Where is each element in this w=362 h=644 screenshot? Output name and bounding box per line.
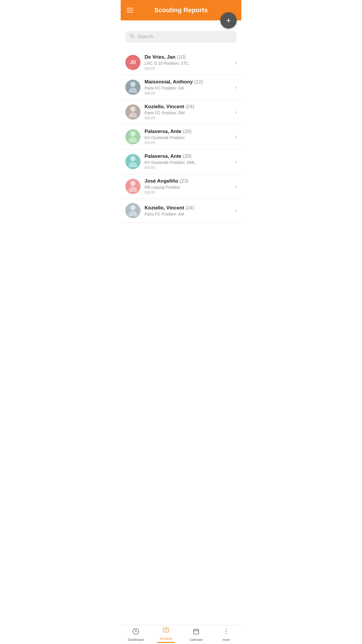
- player-date: 5/5/20: [145, 165, 233, 170]
- player-club-position: RB Leipzig Position: [145, 185, 233, 190]
- menu-icon[interactable]: [126, 8, 133, 13]
- player-club-position: KV Oostende Position: [145, 135, 233, 140]
- player-club-position: Paris FC Position: GK: [145, 86, 233, 90]
- list-item[interactable]: José Angeliño (23) RB Leipzig Position 5…: [121, 174, 241, 199]
- chevron-right-icon: ›: [235, 84, 237, 90]
- player-date: 5/6/20: [145, 91, 233, 95]
- add-report-button[interactable]: +: [220, 12, 237, 29]
- player-name: De Vries, Jan (10): [145, 54, 233, 60]
- player-age: (22): [194, 79, 203, 85]
- search-input[interactable]: [138, 34, 232, 40]
- player-name: José Angeliño (23): [145, 178, 233, 184]
- list-item[interactable]: JD De Vries, Jan (10) LRC O.10 Position:…: [121, 50, 241, 75]
- player-age: (24): [185, 104, 194, 109]
- chevron-right-icon: ›: [235, 183, 237, 190]
- chevron-right-icon: ›: [235, 208, 237, 214]
- player-club-position: LRC O.10 Position: STC: [145, 61, 233, 66]
- item-info: Koziello, Vincent (24) Paris FC Position…: [145, 104, 233, 120]
- player-age: (20): [183, 153, 191, 159]
- item-info: Koziello, Vincent (24) Paris FC Position…: [145, 205, 233, 216]
- player-age: (20): [183, 129, 191, 134]
- header: Scouting Reports +: [121, 0, 241, 20]
- avatar: [125, 104, 140, 120]
- search-container: [121, 25, 241, 46]
- player-date: 5/5/20: [145, 141, 233, 145]
- avatar: JD: [125, 55, 140, 70]
- list-item[interactable]: Koziello, Vincent (24) Paris FC Position…: [121, 100, 241, 125]
- avatar: [125, 203, 140, 218]
- search-box: [125, 31, 237, 43]
- player-date: 5/6/20: [145, 66, 233, 71]
- avatar: [125, 80, 140, 95]
- search-icon: [130, 34, 135, 40]
- player-list: JD De Vries, Jan (10) LRC O.10 Position:…: [121, 50, 241, 223]
- player-name: Palaversa, Ante (20): [145, 129, 233, 134]
- chevron-right-icon: ›: [235, 109, 237, 115]
- item-info: Maisonnial, Anthony (22) Paris FC Positi…: [145, 79, 233, 95]
- avatar: [125, 129, 140, 144]
- list-item[interactable]: Koziello, Vincent (24) Paris FC Position…: [121, 199, 241, 223]
- page-title: Scouting Reports: [154, 6, 208, 14]
- player-name: Koziello, Vincent (24): [145, 205, 233, 211]
- item-info: De Vries, Jan (10) LRC O.10 Position: ST…: [145, 54, 233, 71]
- player-age: (23): [180, 178, 188, 184]
- item-info: José Angeliño (23) RB Leipzig Position 5…: [145, 178, 233, 195]
- player-age: (24): [185, 205, 194, 211]
- player-club-position: KV Oostende Position: DML: [145, 160, 233, 165]
- chevron-right-icon: ›: [235, 60, 237, 66]
- player-club-position: Paris FC Position: RM: [145, 111, 233, 115]
- player-name: Koziello, Vincent (24): [145, 104, 233, 110]
- svg-line-1: [133, 37, 134, 38]
- player-date: 5/6/20: [145, 116, 233, 120]
- avatar: [125, 179, 140, 194]
- item-info: Palaversa, Ante (20) KV Oostende Positio…: [145, 129, 233, 145]
- chevron-right-icon: ›: [235, 159, 237, 165]
- avatar: [125, 154, 140, 169]
- list-item[interactable]: Palaversa, Ante (20) KV Oostende Positio…: [121, 149, 241, 174]
- player-date: 5/5/20: [145, 190, 233, 195]
- player-age: (10): [177, 54, 186, 60]
- player-name: Maisonnial, Anthony (22): [145, 79, 233, 85]
- item-info: Palaversa, Ante (20) KV Oostende Positio…: [145, 153, 233, 170]
- list-item[interactable]: Palaversa, Ante (20) KV Oostende Positio…: [121, 125, 241, 149]
- list-item[interactable]: Maisonnial, Anthony (22) Paris FC Positi…: [121, 75, 241, 100]
- player-club-position: Paris FC Position: AM: [145, 212, 233, 216]
- chevron-right-icon: ›: [235, 134, 237, 140]
- player-name: Palaversa, Ante (20): [145, 153, 233, 159]
